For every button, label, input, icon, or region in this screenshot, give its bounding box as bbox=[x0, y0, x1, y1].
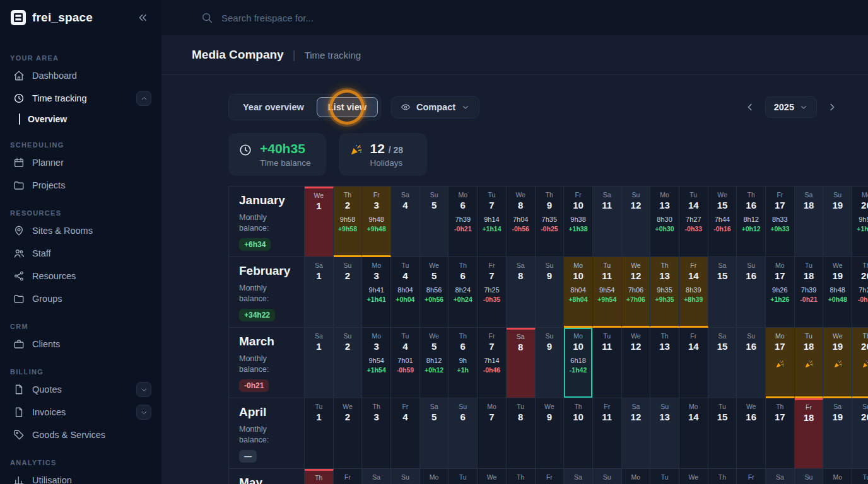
app-logo[interactable]: frei_space bbox=[10, 9, 93, 26]
sidebar-item-projects[interactable]: Projects bbox=[0, 174, 161, 197]
day-cell-january-5[interactable]: Su 5 bbox=[420, 187, 449, 257]
day-cell-april-15[interactable]: Tu 15 bbox=[708, 398, 737, 469]
day-cell-january-6[interactable]: Mo 67h39-0h21 bbox=[449, 187, 478, 257]
day-cell-april-9[interactable]: We 9 bbox=[536, 398, 565, 469]
day-cell-march-4[interactable]: Tu 47h01-0h59 bbox=[391, 328, 420, 398]
prev-year-button[interactable] bbox=[743, 100, 757, 114]
day-cell-march-17[interactable]: Mo 17 bbox=[766, 328, 795, 398]
day-cell-february-9[interactable]: Su 9 bbox=[536, 257, 565, 328]
day-cell-april-6[interactable]: Su 6 bbox=[449, 398, 478, 469]
day-cell-april-20[interactable]: Su 20 bbox=[852, 398, 868, 469]
day-cell-may-17[interactable]: Sa 17 bbox=[766, 469, 795, 484]
tab-year-overview[interactable]: Year overview bbox=[232, 97, 315, 117]
day-cell-march-16[interactable]: Su 16 bbox=[737, 328, 766, 398]
sidebar-item-quotes[interactable]: Quotes bbox=[0, 378, 161, 401]
day-cell-april-16[interactable]: We 16 bbox=[737, 398, 766, 469]
day-cell-february-20[interactable]: Th 207h20-0h40 bbox=[852, 257, 868, 328]
day-cell-january-18[interactable]: Sa 18 bbox=[795, 187, 824, 257]
day-cell-january-9[interactable]: Th 97h35-0h25 bbox=[536, 187, 565, 257]
day-cell-may-3[interactable]: Sa 3 bbox=[362, 469, 391, 484]
day-cell-may-9[interactable]: Fr 9 bbox=[536, 469, 565, 484]
sidebar-item-sites-rooms[interactable]: Sites & Rooms bbox=[0, 219, 161, 242]
day-cell-february-16[interactable]: Su 16 bbox=[737, 257, 766, 328]
day-cell-march-15[interactable]: Sa 15 bbox=[708, 328, 737, 398]
day-cell-april-1[interactable]: Tu 1 bbox=[305, 398, 334, 469]
sidebar-item-staff[interactable]: Staff bbox=[0, 242, 161, 265]
day-cell-january-20[interactable]: Mo 209h51+1h51 bbox=[852, 187, 868, 257]
day-cell-may-7[interactable]: We 7 bbox=[478, 469, 507, 484]
day-cell-april-3[interactable]: Th 3 bbox=[362, 398, 391, 469]
day-cell-january-17[interactable]: Fr 178h33+0h33 bbox=[766, 187, 795, 257]
day-cell-march-20[interactable]: Th 20 bbox=[852, 328, 868, 398]
sidebar-item-invoices[interactable]: Invoices bbox=[0, 401, 161, 424]
day-cell-april-7[interactable]: Mo 7 bbox=[478, 398, 507, 469]
day-cell-january-13[interactable]: Mo 138h30+0h30 bbox=[650, 187, 679, 257]
sidebar-item-dashboard[interactable]: Dashboard bbox=[0, 64, 161, 87]
day-cell-february-5[interactable]: We 58h56+0h56 bbox=[420, 257, 449, 328]
day-cell-february-4[interactable]: Tu 48h04+0h04 bbox=[391, 257, 420, 328]
day-cell-may-19[interactable]: Mo 19 bbox=[823, 469, 852, 484]
day-cell-january-7[interactable]: Tu 79h14+1h14 bbox=[478, 187, 507, 257]
day-cell-april-4[interactable]: Fr 4 bbox=[391, 398, 420, 469]
day-cell-may-16[interactable]: Fr 16 bbox=[737, 469, 766, 484]
day-cell-may-12[interactable]: Mo 12 bbox=[622, 469, 651, 484]
day-cell-march-7[interactable]: Fr 77h14-0h46 bbox=[478, 328, 507, 398]
day-cell-january-14[interactable]: Tu 147h27-0h33 bbox=[679, 187, 708, 257]
day-cell-february-14[interactable]: Fr 148h39+8h39 bbox=[679, 257, 708, 328]
search-input[interactable] bbox=[221, 13, 575, 23]
day-cell-january-15[interactable]: We 157h44-0h16 bbox=[708, 187, 737, 257]
year-dropdown[interactable]: 2025 bbox=[765, 96, 817, 118]
sidebar-collapse-icon[interactable] bbox=[136, 11, 149, 24]
day-cell-january-16[interactable]: Th 168h12+0h12 bbox=[737, 187, 766, 257]
sidebar-item-resources[interactable]: Resources bbox=[0, 265, 161, 287]
day-cell-february-12[interactable]: We 127h06+7h06 bbox=[622, 257, 651, 328]
day-cell-may-4[interactable]: Su 4 bbox=[391, 469, 420, 484]
sidebar-item-goods-services[interactable]: Goods & Services bbox=[0, 424, 161, 446]
day-cell-may-1[interactable]: Th 1 bbox=[305, 469, 334, 484]
day-cell-march-13[interactable]: Th 13 bbox=[650, 328, 679, 398]
day-cell-march-14[interactable]: Fr 14 bbox=[679, 328, 708, 398]
day-cell-march-12[interactable]: We 12 bbox=[622, 328, 651, 398]
day-cell-january-3[interactable]: Fr 39h48+9h48 bbox=[362, 187, 391, 257]
day-cell-february-10[interactable]: Mo 108h04+8h04 bbox=[564, 257, 593, 328]
day-cell-april-13[interactable]: Su 13 bbox=[650, 398, 679, 469]
day-cell-february-8[interactable]: Sa 8 bbox=[507, 257, 536, 328]
day-cell-april-11[interactable]: Fr 11 bbox=[593, 398, 622, 469]
day-cell-january-11[interactable]: Sa 11 bbox=[593, 187, 622, 257]
day-cell-march-9[interactable]: Su 9 bbox=[536, 328, 565, 398]
day-cell-may-15[interactable]: Th 15 bbox=[708, 469, 737, 484]
day-cell-march-10[interactable]: Mo 106h18-1h42 bbox=[564, 328, 593, 398]
day-cell-february-13[interactable]: Th 139h35+9h35 bbox=[650, 257, 679, 328]
day-cell-march-18[interactable]: Tu 18 bbox=[795, 328, 824, 398]
day-cell-march-1[interactable]: Sa 1 bbox=[305, 328, 334, 398]
sidebar-item-utilisation[interactable]: Utilisation bbox=[0, 469, 161, 484]
chevron-down-icon[interactable] bbox=[136, 382, 151, 397]
sidebar-item-time-tracking[interactable]: Time tracking bbox=[0, 87, 161, 110]
sidebar-subitem-overview[interactable]: Overview bbox=[0, 110, 161, 129]
day-cell-april-8[interactable]: Tu 8 bbox=[507, 398, 536, 469]
day-cell-april-5[interactable]: Sa 5 bbox=[420, 398, 449, 469]
day-cell-february-11[interactable]: Tu 119h54+9h54 bbox=[593, 257, 622, 328]
chevron-up-icon[interactable] bbox=[136, 91, 151, 106]
day-cell-may-2[interactable]: Fr 2 bbox=[334, 469, 363, 484]
day-cell-march-19[interactable]: We 19 bbox=[823, 328, 852, 398]
day-cell-may-20[interactable]: Tu 20 bbox=[852, 469, 868, 484]
global-search[interactable] bbox=[201, 11, 575, 24]
day-cell-january-19[interactable]: Su 19 bbox=[823, 187, 852, 257]
day-cell-february-2[interactable]: Su 2 bbox=[334, 257, 363, 328]
day-cell-february-1[interactable]: Sa 1 bbox=[305, 257, 334, 328]
day-cell-january-12[interactable]: Su 12 bbox=[622, 187, 651, 257]
day-cell-january-2[interactable]: Th 29h58+9h58 bbox=[334, 187, 363, 257]
day-cell-may-10[interactable]: Sa 10 bbox=[564, 469, 593, 484]
day-cell-april-14[interactable]: Mo 14 bbox=[679, 398, 708, 469]
day-cell-may-11[interactable]: Su 11 bbox=[593, 469, 622, 484]
day-cell-march-11[interactable]: Tu 11 bbox=[593, 328, 622, 398]
day-cell-january-10[interactable]: Fr 109h38+1h38 bbox=[564, 187, 593, 257]
day-cell-april-19[interactable]: Sa 19 bbox=[823, 398, 852, 469]
day-cell-january-4[interactable]: Sa 4 bbox=[391, 187, 420, 257]
day-cell-may-6[interactable]: Tu 6 bbox=[449, 469, 478, 484]
day-cell-february-3[interactable]: Mo 39h41+1h41 bbox=[362, 257, 391, 328]
day-cell-january-8[interactable]: We 87h04-0h56 bbox=[507, 187, 536, 257]
chevron-down-icon[interactable] bbox=[136, 405, 151, 420]
day-cell-february-7[interactable]: Fr 77h25-0h35 bbox=[478, 257, 507, 328]
